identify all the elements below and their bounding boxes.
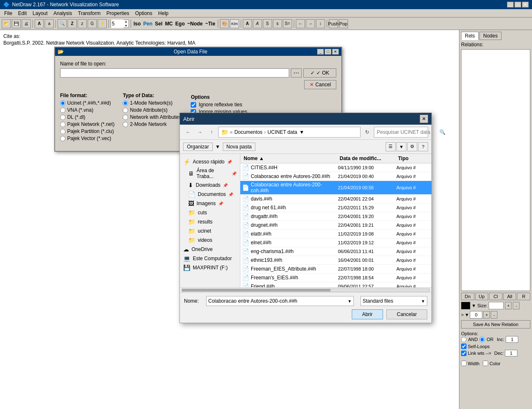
file-item-davis[interactable]: 📄 davis.##h 22/04/2001 22:04 Arquivo #: [240, 195, 431, 203]
size-input[interactable]: [489, 302, 504, 309]
view-more-btn[interactable]: ▼: [396, 142, 406, 151]
format-dl-radio[interactable]: [60, 115, 66, 120]
view-help-btn[interactable]: ?: [418, 142, 428, 151]
zoom-up-btn[interactable]: ▲: [124, 20, 129, 24]
file-item-ethnic193[interactable]: 📄 ethnic193.##h 16/04/2001 00:01 Arquivo…: [240, 256, 431, 265]
view-properties-btn[interactable]: ⚙: [407, 142, 417, 151]
or-radio[interactable]: [479, 337, 485, 342]
r-button[interactable]: R: [517, 293, 530, 300]
file-item-friend[interactable]: 📄 Friend.##h 09/06/2011 22:57 Arquivo #: [240, 282, 431, 287]
dn-button[interactable]: Dn: [461, 293, 474, 300]
file-item-freeman-eies[interactable]: 📄 Freeman's_EIES.##h 22/07/1998 18:54 Ar…: [240, 274, 431, 282]
toolbar-S-equal-btn[interactable]: S=: [283, 19, 292, 28]
cancel-button[interactable]: ✕ Cancel: [304, 80, 336, 89]
abrir-close-button[interactable]: ✕: [420, 115, 428, 123]
file-item-drugnet61[interactable]: 📄 drug net 61.##h 21/02/2011 15:29 Arqui…: [240, 203, 431, 212]
format-pajek-net-radio[interactable]: [60, 122, 66, 127]
menu-options[interactable]: Options: [133, 10, 155, 17]
link-wts-checkbox[interactable]: [461, 351, 466, 356]
maximize-button[interactable]: □: [514, 2, 521, 8]
toolbar-A2-btn[interactable]: A: [253, 19, 262, 28]
toolbar-open-btn[interactable]: 📂: [2, 19, 11, 28]
toolbar-kim-btn[interactable]: Kim: [230, 19, 239, 28]
sidebar-ucinet[interactable]: 📁 ucinet: [182, 226, 238, 236]
format-vna-radio[interactable]: [60, 108, 66, 113]
tab-nodes[interactable]: Nodes: [479, 32, 502, 40]
menu-edit[interactable]: Edit: [15, 10, 29, 17]
col-date-header[interactable]: Data de modific...: [338, 155, 396, 162]
toolbar-bold-btn[interactable]: A: [35, 19, 44, 28]
col-type-header[interactable]: Tipo: [396, 155, 430, 162]
inc-input[interactable]: [506, 336, 518, 343]
toolbar-graph-btn[interactable]: G: [88, 19, 97, 28]
size-dropdown[interactable]: ▼: [471, 303, 476, 308]
nav-up-button[interactable]: ↑: [207, 127, 217, 137]
all-button[interactable]: All: [503, 293, 517, 300]
open-data-maximize-btn[interactable]: □: [325, 49, 331, 55]
sidebar-maxprint[interactable]: 💾 MAXPRINT (F:): [182, 263, 238, 272]
menu-help[interactable]: Help: [156, 10, 171, 17]
close-button[interactable]: ✕: [522, 2, 529, 8]
color-swatch[interactable]: [461, 302, 470, 309]
toolbar-zoom-in-btn[interactable]: 🔍: [58, 19, 67, 28]
sidebar-imagens[interactable]: 🖼 Imagens 📌: [182, 199, 238, 208]
menu-transform[interactable]: Transform: [76, 10, 103, 17]
file-item-cities[interactable]: 📄 CITIES.##H 04/11/1990 19:00 Arquivo #: [240, 163, 431, 172]
path-dropdown-btn[interactable]: ▼: [299, 129, 305, 135]
file-item-elnet[interactable]: 📄 elnet.##h 11/02/2019 19:12 Arquivo #: [240, 238, 431, 247]
cl-button[interactable]: Cl: [489, 293, 502, 300]
nome-input[interactable]: [207, 298, 346, 304]
dtype-network-attr-radio[interactable]: [123, 115, 128, 120]
open-data-close-btn[interactable]: ✕: [332, 49, 339, 55]
sidebar-documentos[interactable]: 📄 Documentos 📌: [182, 190, 238, 199]
toolbar-S-upper-btn[interactable]: S: [263, 19, 272, 28]
toolbar-pop-btn[interactable]: Pop: [339, 19, 348, 28]
gt-dropdown[interactable]: ▼: [464, 312, 469, 317]
value-plus-btn[interactable]: +: [483, 311, 490, 319]
search-input[interactable]: [377, 129, 439, 135]
file-item-drugnet[interactable]: 📄 drugnet.##h 22/04/2001 19:21 Arquivo #: [240, 221, 431, 230]
abrir-button[interactable]: Abrir: [352, 309, 383, 319]
toolbar-print-btn[interactable]: 🖨: [22, 19, 31, 28]
cancelar-button[interactable]: Cancelar: [386, 309, 427, 319]
format-pajek-vec-radio[interactable]: [60, 136, 66, 141]
menu-layout[interactable]: Layout: [30, 10, 50, 17]
self-loops-checkbox[interactable]: [461, 344, 466, 349]
open-data-minimize-btn[interactable]: _: [317, 49, 324, 55]
dtype-1mode-radio[interactable]: [123, 100, 128, 106]
toolbar-flash-btn[interactable]: ⚡: [98, 19, 107, 28]
file-item-engcharisma[interactable]: 📄 eng-charisma1.##h 06/06/2013 11:41 Arq…: [240, 247, 431, 256]
filetype-dropdown-btn[interactable]: ▼: [419, 299, 427, 304]
menu-analysis[interactable]: Analysis: [51, 10, 75, 17]
nav-refresh-button[interactable]: ↻: [362, 127, 372, 137]
dtype-node-attr-radio[interactable]: [123, 108, 128, 113]
width-checkbox[interactable]: [461, 361, 466, 366]
and-radio[interactable]: [461, 337, 466, 342]
toolbar-A1-btn[interactable]: A: [243, 19, 252, 28]
menu-properties[interactable]: Properties: [104, 10, 132, 17]
menu-file[interactable]: File: [2, 10, 15, 17]
sidebar-downloads[interactable]: ⬇ Downloads 📌: [182, 181, 238, 190]
sidebar-area-trabalho[interactable]: 🖥 Área de Traba... 📌: [182, 166, 238, 181]
up-button[interactable]: Up: [475, 293, 489, 300]
file-path-input[interactable]: [60, 68, 289, 78]
toolbar-arrow2-btn[interactable]: →: [306, 19, 315, 28]
view-details-btn[interactable]: ☰: [386, 142, 396, 151]
zoom-down-btn[interactable]: ▼: [124, 24, 129, 28]
color-checkbox[interactable]: [483, 361, 488, 366]
toolbar-s-lower-btn[interactable]: s: [273, 19, 282, 28]
save-as-new-relation-button[interactable]: Save As New Relation: [461, 320, 530, 329]
value-minus-btn[interactable]: -: [491, 311, 497, 319]
toolbar-save-btn[interactable]: 💾: [12, 19, 21, 28]
format-ucinet-radio[interactable]: [60, 100, 66, 106]
dtype-2mode-radio[interactable]: [123, 122, 128, 127]
file-item-elattr[interactable]: 📄 elattr.##h 11/02/2019 19:08 Arquivo #: [240, 230, 431, 238]
sidebar-videos[interactable]: 📁 videos: [182, 236, 238, 245]
toolbar-push-btn[interactable]: Push: [329, 19, 338, 28]
sidebar-onedrive[interactable]: ☁ OneDrive: [182, 245, 238, 254]
file-item-drugattr[interactable]: 📄 drugattr.##h 22/04/2001 19:20 Arquivo …: [240, 212, 431, 221]
sidebar-cuts[interactable]: 📁 cuts: [182, 208, 238, 217]
nova-pasta-button[interactable]: Nova pasta: [223, 143, 256, 151]
toolbar-arrow1-btn[interactable]: ←: [296, 19, 305, 28]
sidebar-este-computador[interactable]: 💻 Este Computador: [182, 254, 238, 263]
